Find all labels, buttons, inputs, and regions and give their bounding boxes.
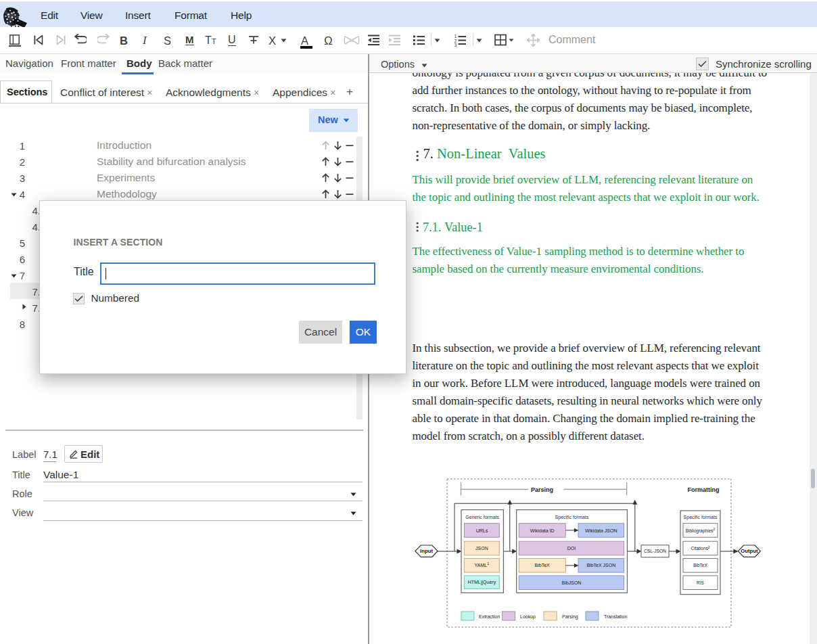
svg-text:YAML1: YAML1 bbox=[475, 561, 490, 568]
svg-text:Input: Input bbox=[420, 548, 433, 554]
svg-text:Formatting: Formatting bbox=[688, 486, 720, 493]
svg-text:Lookup: Lookup bbox=[520, 614, 536, 620]
svg-text:Wikidata JSON: Wikidata JSON bbox=[585, 528, 617, 533]
svg-text:Output: Output bbox=[741, 548, 758, 554]
svg-text:Parsing: Parsing bbox=[531, 486, 553, 493]
svg-text:JSON: JSON bbox=[475, 546, 488, 551]
svg-text:Wikidata ID: Wikidata ID bbox=[530, 528, 555, 533]
svg-text:Specific formats: Specific formats bbox=[684, 515, 718, 520]
svg-text:BibTeX: BibTeX bbox=[693, 563, 707, 568]
svg-text:CSL-JSON: CSL-JSON bbox=[644, 549, 666, 553]
svg-text:Translation: Translation bbox=[604, 614, 627, 619]
svg-text:Parsing: Parsing bbox=[562, 614, 578, 620]
svg-text:URLs: URLs bbox=[476, 528, 488, 533]
svg-text:BibJSON: BibJSON bbox=[562, 580, 582, 585]
svg-text:BibTeX JSON: BibTeX JSON bbox=[586, 563, 615, 568]
svg-text:RIS: RIS bbox=[697, 580, 705, 585]
svg-text:Citations2: Citations2 bbox=[691, 545, 709, 551]
svg-text:HTML|jQuery: HTML|jQuery bbox=[468, 580, 496, 585]
svg-text:Extraction: Extraction bbox=[479, 614, 500, 619]
svg-text:Specific formats: Specific formats bbox=[555, 515, 589, 520]
svg-text:BibTeX: BibTeX bbox=[535, 563, 551, 568]
svg-text:3: 3 bbox=[454, 43, 457, 47]
svg-text:DOI: DOI bbox=[567, 546, 576, 551]
svg-text:Bibliographies2: Bibliographies2 bbox=[686, 527, 716, 534]
svg-text:Generic formats: Generic formats bbox=[465, 515, 499, 520]
